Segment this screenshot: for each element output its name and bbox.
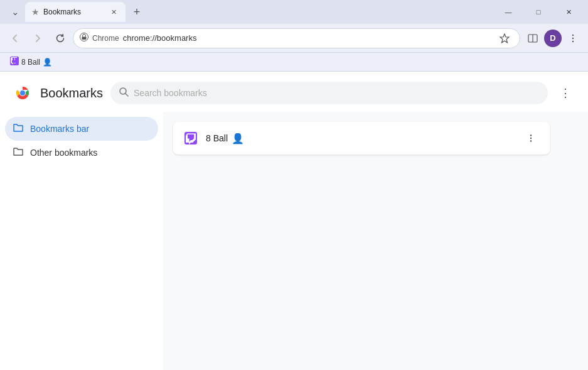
nav-right-controls: D [523, 28, 583, 48]
bookmarks-bar-item[interactable]: 8 Ball 👤 [5, 55, 57, 69]
main-content: Bookmarks Search bookmarks ⋮ Bookmarks b… [0, 72, 588, 370]
profile-button[interactable]: D [544, 30, 562, 47]
close-button[interactable]: ✕ [554, 2, 583, 22]
svg-point-5 [572, 34, 574, 35]
menu-button[interactable] [563, 28, 583, 48]
bookmark-star-icon[interactable] [496, 30, 513, 47]
split-screen-button[interactable] [523, 28, 543, 48]
search-placeholder: Search bookmarks [134, 88, 207, 98]
tab-close-button[interactable]: ✕ [108, 6, 119, 18]
bookmarks-body: Bookmarks bar Other bookmarks [0, 112, 588, 370]
maximize-button[interactable]: □ [524, 2, 553, 22]
bookmarks-more-button[interactable]: ⋮ [555, 83, 575, 103]
svg-point-6 [572, 37, 574, 38]
bookmarks-bar-item-user-icon: 👤 [43, 58, 52, 67]
minimize-button[interactable]: — [494, 2, 523, 22]
titlebar: ⌄ ★ Bookmarks ✕ + — □ ✕ [0, 0, 588, 24]
address-url: chrome://bookmarks [123, 33, 492, 43]
bookmarks-content-area: 8 Ball 👤 [163, 112, 588, 370]
search-bar[interactable]: Search bookmarks [110, 82, 548, 104]
new-tab-button[interactable]: + [128, 3, 146, 21]
svg-point-19 [530, 140, 532, 141]
tab-title: Bookmarks [43, 8, 104, 16]
chrome-logo [13, 83, 33, 103]
address-secure-label: Chrome [92, 34, 119, 43]
svg-rect-15 [190, 136, 191, 138]
active-tab[interactable]: ★ Bookmarks ✕ [25, 2, 126, 22]
search-icon [119, 87, 129, 99]
forward-button[interactable] [28, 28, 48, 48]
navbar: Chrome chrome://bookmarks D [0, 24, 588, 53]
sidebar-item-bookmarks-bar[interactable]: Bookmarks bar [5, 117, 158, 141]
svg-rect-1 [82, 37, 87, 40]
tab-favicon: ★ [31, 7, 40, 17]
svg-marker-2 [500, 34, 509, 43]
sidebar-item-other-bookmarks[interactable]: Other bookmarks [5, 141, 158, 165]
back-button[interactable] [5, 28, 25, 48]
tab-bar: ⌄ ★ Bookmarks ✕ + [5, 2, 494, 22]
bookmark-user-icon: 👤 [232, 133, 244, 144]
address-bar[interactable]: Chrome chrome://bookmarks [73, 28, 520, 48]
folder-icon [13, 146, 24, 160]
svg-rect-16 [192, 136, 193, 138]
bookmarks-page-header: Bookmarks Search bookmarks ⋮ [0, 72, 588, 112]
bookmarks-bar: 8 Ball 👤 [0, 53, 588, 72]
reload-button[interactable] [50, 28, 70, 48]
sidebar-item-bookmarks-bar-label: Bookmarks bar [30, 124, 89, 134]
svg-point-11 [20, 90, 25, 95]
svg-line-13 [126, 94, 128, 96]
secure-icon [80, 33, 88, 43]
bookmark-more-button[interactable] [522, 129, 540, 147]
bookmarks-sidebar: Bookmarks bar Other bookmarks [0, 112, 163, 370]
window-controls: — □ ✕ [494, 2, 583, 22]
bookmarks-bar-item-favicon [10, 57, 19, 67]
svg-point-7 [572, 40, 574, 41]
bookmark-site-icon [183, 131, 198, 146]
svg-point-18 [530, 138, 532, 139]
bookmarks-bar-item-label: 8 Ball [21, 58, 40, 67]
bookmark-name: 8 Ball 👤 [206, 133, 515, 144]
tab-prev-button[interactable]: ⌄ [5, 2, 25, 22]
folder-open-icon [13, 122, 24, 136]
sidebar-item-other-bookmarks-label: Other bookmarks [30, 148, 97, 158]
svg-point-17 [530, 134, 532, 136]
bookmarks-page-title: Bookmarks [40, 86, 103, 101]
bookmark-card[interactable]: 8 Ball 👤 [173, 122, 550, 155]
